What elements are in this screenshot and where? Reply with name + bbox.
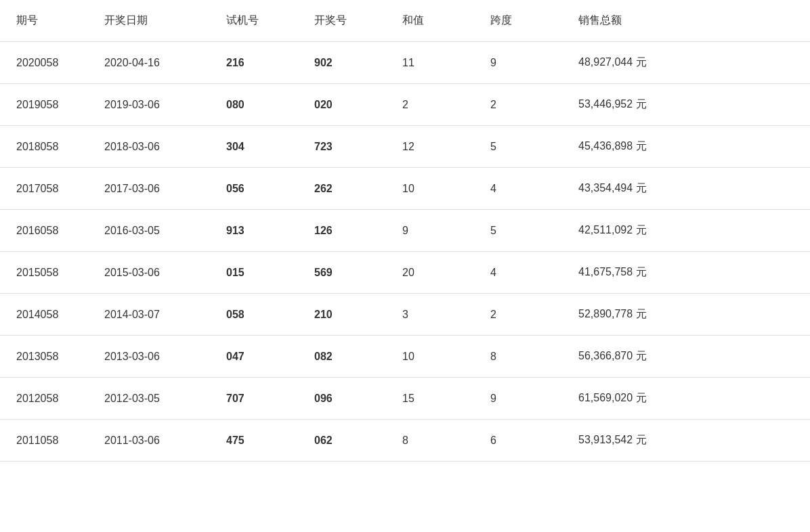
cell-qihao: 2016058 <box>0 210 88 252</box>
cell-shiji: 475 <box>210 420 298 462</box>
cell-date: 2012-03-05 <box>88 378 210 420</box>
cell-kuadu: 6 <box>474 420 562 462</box>
cell-kuadu: 9 <box>474 42 562 84</box>
header-qihao: 期号 <box>0 0 88 42</box>
header-date: 开奖日期 <box>88 0 210 42</box>
cell-qihao: 2015058 <box>0 252 88 294</box>
cell-date: 2016-03-05 <box>88 210 210 252</box>
cell-date: 2011-03-06 <box>88 420 210 462</box>
cell-sales: 45,436,898 元 <box>562 126 810 168</box>
cell-kuadu: 9 <box>474 378 562 420</box>
cell-shiji: 058 <box>210 294 298 336</box>
lottery-table-container: 期号 开奖日期 试机号 开奖号 和值 跨度 销售总额 20200582020-0… <box>0 0 810 462</box>
table-row: 20190582019-03-060800202253,446,952 元 <box>0 84 810 126</box>
cell-kaij: 126 <box>298 210 386 252</box>
cell-hezhi: 12 <box>386 126 474 168</box>
cell-kuadu: 4 <box>474 168 562 210</box>
header-hezhi: 和值 <box>386 0 474 42</box>
cell-kuadu: 2 <box>474 294 562 336</box>
table-row: 20120582012-03-0570709615961,569,020 元 <box>0 378 810 420</box>
cell-kuadu: 2 <box>474 84 562 126</box>
cell-shiji: 216 <box>210 42 298 84</box>
cell-kaij: 723 <box>298 126 386 168</box>
table-header-row: 期号 开奖日期 试机号 开奖号 和值 跨度 销售总额 <box>0 0 810 42</box>
cell-hezhi: 9 <box>386 210 474 252</box>
cell-hezhi: 20 <box>386 252 474 294</box>
cell-sales: 42,511,092 元 <box>562 210 810 252</box>
table-row: 20180582018-03-0630472312545,436,898 元 <box>0 126 810 168</box>
cell-hezhi: 10 <box>386 168 474 210</box>
header-sales: 销售总额 <box>562 0 810 42</box>
cell-sales: 53,913,542 元 <box>562 420 810 462</box>
header-kaij: 开奖号 <box>298 0 386 42</box>
cell-kaij: 096 <box>298 378 386 420</box>
cell-hezhi: 10 <box>386 336 474 378</box>
cell-shiji: 913 <box>210 210 298 252</box>
table-row: 20170582017-03-0605626210443,354,494 元 <box>0 168 810 210</box>
cell-hezhi: 3 <box>386 294 474 336</box>
cell-shiji: 056 <box>210 168 298 210</box>
cell-hezhi: 8 <box>386 420 474 462</box>
cell-qihao: 2014058 <box>0 294 88 336</box>
cell-shiji: 080 <box>210 84 298 126</box>
cell-shiji: 304 <box>210 126 298 168</box>
cell-date: 2017-03-06 <box>88 168 210 210</box>
cell-date: 2020-04-16 <box>88 42 210 84</box>
cell-shiji: 015 <box>210 252 298 294</box>
cell-kaij: 902 <box>298 42 386 84</box>
cell-hezhi: 11 <box>386 42 474 84</box>
cell-qihao: 2018058 <box>0 126 88 168</box>
header-shiji: 试机号 <box>210 0 298 42</box>
cell-date: 2014-03-07 <box>88 294 210 336</box>
cell-sales: 48,927,044 元 <box>562 42 810 84</box>
cell-kuadu: 8 <box>474 336 562 378</box>
lottery-table: 期号 开奖日期 试机号 开奖号 和值 跨度 销售总额 20200582020-0… <box>0 0 810 462</box>
header-kuadu: 跨度 <box>474 0 562 42</box>
cell-qihao: 2019058 <box>0 84 88 126</box>
cell-kuadu: 5 <box>474 126 562 168</box>
cell-kaij: 062 <box>298 420 386 462</box>
cell-date: 2018-03-06 <box>88 126 210 168</box>
cell-qihao: 2012058 <box>0 378 88 420</box>
cell-date: 2013-03-06 <box>88 336 210 378</box>
cell-sales: 41,675,758 元 <box>562 252 810 294</box>
cell-kaij: 020 <box>298 84 386 126</box>
cell-hezhi: 2 <box>386 84 474 126</box>
table-body: 20200582020-04-1621690211948,927,044 元20… <box>0 42 810 462</box>
cell-shiji: 707 <box>210 378 298 420</box>
cell-kuadu: 5 <box>474 210 562 252</box>
cell-sales: 61,569,020 元 <box>562 378 810 420</box>
cell-kaij: 082 <box>298 336 386 378</box>
cell-qihao: 2020058 <box>0 42 88 84</box>
cell-shiji: 047 <box>210 336 298 378</box>
table-row: 20110582011-03-064750628653,913,542 元 <box>0 420 810 462</box>
table-row: 20200582020-04-1621690211948,927,044 元 <box>0 42 810 84</box>
cell-date: 2015-03-06 <box>88 252 210 294</box>
cell-qihao: 2013058 <box>0 336 88 378</box>
cell-kaij: 262 <box>298 168 386 210</box>
table-row: 20160582016-03-059131269542,511,092 元 <box>0 210 810 252</box>
table-row: 20140582014-03-070582103252,890,778 元 <box>0 294 810 336</box>
cell-sales: 43,354,494 元 <box>562 168 810 210</box>
table-row: 20150582015-03-0601556920441,675,758 元 <box>0 252 810 294</box>
table-row: 20130582013-03-0604708210856,366,870 元 <box>0 336 810 378</box>
cell-kaij: 210 <box>298 294 386 336</box>
cell-hezhi: 15 <box>386 378 474 420</box>
cell-kuadu: 4 <box>474 252 562 294</box>
cell-kaij: 569 <box>298 252 386 294</box>
cell-sales: 56,366,870 元 <box>562 336 810 378</box>
cell-qihao: 2017058 <box>0 168 88 210</box>
cell-sales: 52,890,778 元 <box>562 294 810 336</box>
cell-sales: 53,446,952 元 <box>562 84 810 126</box>
cell-qihao: 2011058 <box>0 420 88 462</box>
cell-date: 2019-03-06 <box>88 84 210 126</box>
